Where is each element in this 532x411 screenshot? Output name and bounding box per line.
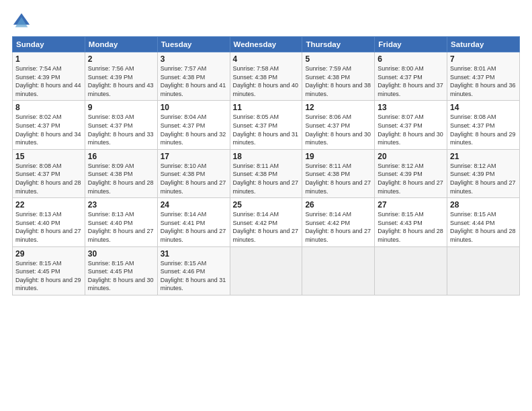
cell-info: Sunrise: 8:15 AMSunset: 4:44 PMDaylight:…: [450, 210, 517, 244]
header-row: SundayMondayTuesdayWednesdayThursdayFrid…: [13, 37, 520, 52]
calendar-cell: 26Sunrise: 8:14 AMSunset: 4:42 PMDayligh…: [302, 198, 375, 246]
day-number: 31: [161, 249, 227, 259]
day-number: 28: [450, 200, 517, 210]
cell-info: Sunrise: 8:04 AMSunset: 4:37 PMDaylight:…: [161, 113, 227, 146]
calendar-cell: 13Sunrise: 8:07 AMSunset: 4:37 PMDayligh…: [375, 101, 447, 149]
calendar-cell: 9Sunrise: 8:03 AMSunset: 4:37 PMDaylight…: [85, 101, 157, 149]
week-row-4: 29Sunrise: 8:15 AMSunset: 4:45 PMDayligh…: [13, 246, 520, 295]
calendar-cell: 3Sunrise: 7:57 AMSunset: 4:38 PMDaylight…: [157, 52, 230, 101]
day-number: 13: [378, 103, 444, 112]
calendar-cell: 7Sunrise: 8:01 AMSunset: 4:37 PMDaylight…: [447, 52, 520, 101]
calendar-cell: 10Sunrise: 8:04 AMSunset: 4:37 PMDayligh…: [157, 101, 230, 149]
cell-info: Sunrise: 8:11 AMSunset: 4:38 PMDaylight:…: [233, 162, 300, 195]
cell-info: Sunrise: 8:15 AMSunset: 4:43 PMDaylight:…: [378, 210, 444, 244]
calendar-cell: 14Sunrise: 8:08 AMSunset: 4:37 PMDayligh…: [447, 101, 520, 149]
cell-info: Sunrise: 8:09 AMSunset: 4:38 PMDaylight:…: [88, 162, 154, 195]
cell-info: Sunrise: 8:15 AMSunset: 4:45 PMDaylight:…: [15, 259, 82, 293]
calendar-table: SundayMondayTuesdayWednesdayThursdayFrid…: [12, 36, 520, 295]
day-number: 4: [233, 54, 300, 64]
day-number: 19: [305, 152, 371, 161]
cell-info: Sunrise: 7:59 AMSunset: 4:38 PMDaylight:…: [305, 64, 371, 98]
cell-info: Sunrise: 8:05 AMSunset: 4:37 PMDaylight:…: [233, 113, 300, 146]
day-number: 23: [88, 200, 154, 210]
day-number: 2: [88, 54, 154, 64]
day-number: 5: [305, 54, 371, 64]
day-number: 11: [233, 103, 300, 112]
cell-info: Sunrise: 7:54 AMSunset: 4:39 PMDaylight:…: [15, 64, 82, 98]
calendar-cell: 18Sunrise: 8:11 AMSunset: 4:38 PMDayligh…: [230, 149, 302, 197]
cell-info: Sunrise: 8:15 AMSunset: 4:45 PMDaylight:…: [88, 259, 154, 293]
day-number: 8: [15, 103, 82, 112]
calendar-cell: 4Sunrise: 7:58 AMSunset: 4:38 PMDaylight…: [230, 52, 302, 101]
calendar-cell: 21Sunrise: 8:12 AMSunset: 4:39 PMDayligh…: [447, 149, 520, 197]
day-number: 26: [305, 200, 371, 210]
calendar-cell: [447, 246, 520, 295]
col-header-sunday: Sunday: [13, 37, 85, 52]
cell-info: Sunrise: 8:11 AMSunset: 4:38 PMDaylight:…: [305, 162, 371, 195]
header: [12, 11, 520, 31]
cell-info: Sunrise: 7:56 AMSunset: 4:39 PMDaylight:…: [88, 64, 154, 98]
calendar-cell: [302, 246, 375, 295]
day-number: 27: [378, 200, 444, 210]
day-number: 30: [88, 249, 154, 259]
cell-info: Sunrise: 8:07 AMSunset: 4:37 PMDaylight:…: [378, 113, 444, 146]
cell-info: Sunrise: 8:10 AMSunset: 4:38 PMDaylight:…: [161, 162, 227, 195]
cell-info: Sunrise: 8:01 AMSunset: 4:37 PMDaylight:…: [450, 64, 517, 98]
calendar-cell: 12Sunrise: 8:06 AMSunset: 4:37 PMDayligh…: [302, 101, 375, 149]
cell-info: Sunrise: 8:00 AMSunset: 4:37 PMDaylight:…: [378, 64, 444, 98]
cell-info: Sunrise: 8:14 AMSunset: 4:42 PMDaylight:…: [233, 210, 300, 244]
col-header-friday: Friday: [375, 37, 447, 52]
cell-info: Sunrise: 7:57 AMSunset: 4:38 PMDaylight:…: [161, 64, 227, 98]
cell-info: Sunrise: 8:12 AMSunset: 4:39 PMDaylight:…: [450, 162, 517, 195]
calendar-cell: 8Sunrise: 8:02 AMSunset: 4:37 PMDaylight…: [13, 101, 85, 149]
calendar-cell: 23Sunrise: 8:13 AMSunset: 4:40 PMDayligh…: [85, 198, 157, 246]
cell-info: Sunrise: 7:58 AMSunset: 4:38 PMDaylight:…: [233, 64, 300, 98]
cell-info: Sunrise: 8:08 AMSunset: 4:37 PMDaylight:…: [15, 162, 82, 195]
col-header-monday: Monday: [85, 37, 157, 52]
calendar-cell: 27Sunrise: 8:15 AMSunset: 4:43 PMDayligh…: [375, 198, 447, 246]
col-header-saturday: Saturday: [447, 37, 520, 52]
week-row-1: 8Sunrise: 8:02 AMSunset: 4:37 PMDaylight…: [13, 101, 520, 149]
day-number: 17: [161, 152, 227, 161]
week-row-3: 22Sunrise: 8:13 AMSunset: 4:40 PMDayligh…: [13, 198, 520, 246]
calendar-cell: 31Sunrise: 8:15 AMSunset: 4:46 PMDayligh…: [157, 246, 230, 295]
day-number: 15: [15, 152, 82, 161]
cell-info: Sunrise: 8:02 AMSunset: 4:37 PMDaylight:…: [15, 113, 82, 146]
day-number: 3: [161, 54, 227, 64]
day-number: 25: [233, 200, 300, 210]
day-number: 12: [305, 103, 371, 112]
cell-info: Sunrise: 8:03 AMSunset: 4:37 PMDaylight:…: [88, 113, 154, 146]
calendar-cell: [230, 246, 302, 295]
day-number: 9: [88, 103, 154, 112]
logo: [12, 13, 34, 31]
calendar-cell: 19Sunrise: 8:11 AMSunset: 4:38 PMDayligh…: [302, 149, 375, 197]
week-row-2: 15Sunrise: 8:08 AMSunset: 4:37 PMDayligh…: [13, 149, 520, 197]
col-header-thursday: Thursday: [302, 37, 375, 52]
calendar-container: SundayMondayTuesdayWednesdayThursdayFrid…: [0, 0, 532, 411]
week-row-0: 1Sunrise: 7:54 AMSunset: 4:39 PMDaylight…: [13, 52, 520, 101]
calendar-cell: 22Sunrise: 8:13 AMSunset: 4:40 PMDayligh…: [13, 198, 85, 246]
logo-icon: [12, 12, 31, 31]
calendar-cell: 5Sunrise: 7:59 AMSunset: 4:38 PMDaylight…: [302, 52, 375, 101]
day-number: 14: [450, 103, 517, 112]
cell-info: Sunrise: 8:12 AMSunset: 4:39 PMDaylight:…: [378, 162, 444, 195]
calendar-cell: 17Sunrise: 8:10 AMSunset: 4:38 PMDayligh…: [157, 149, 230, 197]
cell-info: Sunrise: 8:08 AMSunset: 4:37 PMDaylight:…: [450, 113, 517, 146]
cell-info: Sunrise: 8:06 AMSunset: 4:37 PMDaylight:…: [305, 113, 371, 146]
day-number: 18: [233, 152, 300, 161]
calendar-cell: 16Sunrise: 8:09 AMSunset: 4:38 PMDayligh…: [85, 149, 157, 197]
calendar-cell: 6Sunrise: 8:00 AMSunset: 4:37 PMDaylight…: [375, 52, 447, 101]
day-number: 22: [15, 200, 82, 210]
day-number: 29: [15, 249, 82, 259]
calendar-cell: 1Sunrise: 7:54 AMSunset: 4:39 PMDaylight…: [13, 52, 85, 101]
day-number: 6: [378, 54, 444, 64]
day-number: 24: [161, 200, 227, 210]
day-number: 1: [15, 54, 82, 64]
calendar-cell: 24Sunrise: 8:14 AMSunset: 4:41 PMDayligh…: [157, 198, 230, 246]
day-number: 16: [88, 152, 154, 161]
calendar-cell: 28Sunrise: 8:15 AMSunset: 4:44 PMDayligh…: [447, 198, 520, 246]
day-number: 7: [450, 54, 517, 64]
calendar-cell: 11Sunrise: 8:05 AMSunset: 4:37 PMDayligh…: [230, 101, 302, 149]
calendar-cell: 2Sunrise: 7:56 AMSunset: 4:39 PMDaylight…: [85, 52, 157, 101]
cell-info: Sunrise: 8:15 AMSunset: 4:46 PMDaylight:…: [161, 259, 227, 293]
